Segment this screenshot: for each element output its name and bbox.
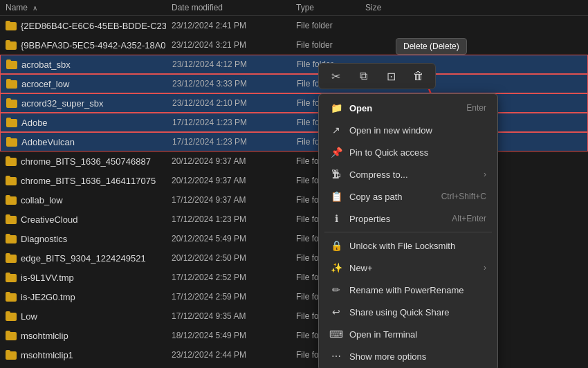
table-row[interactable]: acrocef_low 23/12/2024 3:33 PM File fold… — [0, 74, 588, 93]
file-date: 20/12/2024 2:50 PM — [166, 253, 291, 263]
file-name: chrome_BITS_1636_1464117075 — [0, 176, 166, 186]
menu-item-unlock-locksmith[interactable]: 🔒 Unlock with File Locksmith — [319, 234, 497, 257]
menu-item-copy-path[interactable]: 📋 Copy as path Ctrl+Shift+C — [319, 185, 497, 208]
menu-label-copy-path: Copy as path — [349, 192, 434, 202]
menu-label-open-terminal: Open in Terminal — [349, 329, 486, 340]
file-name: AdobeVulcan — [1, 137, 167, 147]
table-row[interactable]: chrome_BITS_1636_1464117075 20/12/2024 9… — [0, 171, 588, 190]
table-row[interactable]: Adobe 17/12/2024 1:23 PM File folder — [0, 113, 588, 132]
table-row[interactable]: is-9L1VV.tmp 17/12/2024 2:52 PM File fol… — [0, 268, 588, 287]
menu-item-open-terminal[interactable]: ⌨ Open in Terminal — [319, 323, 497, 345]
table-row[interactable]: msohtmlclip1 23/12/2024 2:44 PM File fol… — [0, 345, 588, 365]
folder-icon — [6, 21, 17, 30]
file-date: 17/12/2024 1:23 PM — [167, 118, 291, 127]
menu-shortcut-properties: Alt+Enter — [452, 214, 486, 223]
folder-icon — [6, 273, 17, 282]
table-row[interactable]: Low 17/12/2024 9:35 AM File folder — [0, 306, 588, 326]
file-date: 20/12/2024 9:37 AM — [166, 156, 291, 166]
copy-icon[interactable]: ⧉ — [355, 68, 371, 84]
header-size[interactable]: Size — [360, 3, 415, 12]
menu-item-properties[interactable]: ℹ Properties Alt+Enter — [319, 208, 497, 230]
table-row[interactable]: {9BBAFA3D-5EC5-4942-A352-18A03A8A… 23/12… — [0, 35, 588, 55]
menu-label-unlock-locksmith: Unlock with File Locksmith — [349, 241, 486, 251]
header-date[interactable]: Date modified — [166, 3, 291, 12]
menu-label-rename-powerrename: Rename with PowerRename — [349, 285, 486, 295]
table-row[interactable]: acrord32_super_sbx 23/12/2024 2:10 PM Fi… — [0, 93, 588, 113]
menu-item-share-quickshare[interactable]: ↩ Share using Quick Share — [319, 301, 497, 323]
cut-icon[interactable]: ✂ — [327, 68, 344, 84]
table-row[interactable]: AdobeVulcan 17/12/2024 1:23 PM File fold… — [0, 132, 588, 151]
menu-item-compress[interactable]: 🗜 Compress to... › — [319, 163, 497, 185]
folder-icon — [6, 214, 17, 224]
table-row[interactable]: is-JE2G0.tmp 17/12/2024 2:59 PM File fol… — [0, 287, 588, 306]
menu-icon-rename-powerrename: ✏ — [330, 284, 342, 296]
table-row[interactable]: chrome_BITS_1636_450746887 20/12/2024 9:… — [0, 151, 588, 171]
menu-item-show-more[interactable]: ⋯ Show more options — [319, 345, 497, 367]
file-name: msohtmlclip1 — [0, 350, 166, 360]
folder-icon — [6, 176, 17, 185]
file-date: 23/12/2024 3:33 PM — [167, 79, 291, 89]
menu-label-share-quickshare: Share using Quick Share — [349, 307, 486, 318]
delete-icon[interactable]: 🗑 — [410, 68, 427, 84]
menu-item-open-new-window[interactable]: ↗ Open in new window — [319, 119, 497, 141]
table-row[interactable]: Diagnostics 20/12/2024 5:49 PM File fold… — [0, 229, 588, 248]
menu-label-show-more: Show more options — [349, 351, 486, 362]
file-name: acrord32_super_sbx — [1, 98, 167, 109]
file-date: 20/12/2024 9:37 AM — [166, 176, 291, 185]
file-name: collab_low — [0, 195, 166, 205]
file-date: 23/12/2024 3:21 PM — [166, 40, 291, 50]
file-rows-container: {2ED86B4C-E6C6-45EB-BDDE-C23BCD85… 23/12… — [0, 16, 588, 368]
folder-icon — [6, 234, 17, 243]
paste-icon[interactable]: ⊡ — [383, 68, 399, 84]
file-date: 17/12/2024 1:23 PM — [166, 214, 291, 224]
file-date: 23/12/2024 2:41 PM — [166, 21, 291, 30]
menu-icon-open-new-window: ↗ — [330, 124, 342, 136]
file-list-header: Name ∧ Date modified Type Size — [0, 0, 588, 16]
menu-label-new-plus: New+ — [349, 263, 477, 273]
menu-label-open-new-window: Open in new window — [349, 125, 486, 136]
file-date: 18/12/2024 5:49 PM — [166, 331, 291, 340]
table-row[interactable]: NGL 20/12/2024 2:49 PM File folder — [0, 365, 588, 368]
file-date: 23/12/2024 4:12 PM — [167, 59, 291, 69]
menu-shortcut-open: Enter — [466, 103, 486, 113]
table-row[interactable]: edge_BITS_9304_1224249521 20/12/2024 2:5… — [0, 248, 588, 268]
table-row[interactable]: acrobat_sbx 23/12/2024 4:12 PM File fold… — [0, 55, 588, 74]
menu-icon-pin-quick-access: 📌 — [330, 146, 342, 158]
header-type[interactable]: Type — [291, 3, 360, 12]
menu-item-new-plus[interactable]: ✨ New+ › — [319, 257, 497, 279]
menu-icon-open: 📁 — [330, 102, 342, 114]
file-date: 17/12/2024 9:35 AM — [166, 311, 291, 321]
menu-icon-show-more: ⋯ — [330, 350, 342, 362]
folder-icon — [6, 118, 17, 127]
table-row[interactable]: msohtmlclip 18/12/2024 5:49 PM File fold… — [0, 326, 588, 345]
quick-action-bar: ✂⧉⊡🗑 — [318, 63, 436, 89]
file-name: is-9L1VV.tmp — [0, 273, 166, 283]
table-row[interactable]: CreativeCloud 17/12/2024 1:23 PM File fo… — [0, 210, 588, 229]
menu-icon-share-quickshare: ↩ — [330, 306, 342, 318]
header-name[interactable]: Name ∧ — [0, 3, 166, 12]
folder-icon — [6, 98, 17, 108]
table-row[interactable]: {2ED86B4C-E6C6-45EB-BDDE-C23BCD85… 23/12… — [0, 16, 588, 35]
menu-arrow-new-plus: › — [484, 263, 486, 273]
folder-icon — [6, 311, 17, 321]
table-row[interactable]: collab_low 17/12/2024 9:37 AM File folde… — [0, 190, 588, 210]
file-name: {9BBAFA3D-5EC5-4942-A352-18A03A8A… — [0, 40, 166, 50]
menu-item-pin-quick-access[interactable]: 📌 Pin to Quick access — [319, 141, 497, 163]
folder-icon — [6, 59, 17, 69]
menu-icon-properties: ℹ — [330, 212, 342, 225]
folder-icon — [6, 253, 17, 263]
folder-icon — [6, 40, 17, 50]
file-date: 17/12/2024 1:23 PM — [167, 137, 291, 147]
file-list: Name ∧ Date modified Type Size {2ED86B4C… — [0, 0, 588, 368]
file-type: File folder — [291, 40, 360, 50]
file-name: is-JE2G0.tmp — [0, 292, 166, 302]
menu-arrow-compress: › — [484, 169, 486, 179]
menu-icon-unlock-locksmith: 🔒 — [330, 239, 342, 252]
menu-icon-compress: 🗜 — [330, 168, 342, 181]
file-date: 20/12/2024 5:49 PM — [166, 234, 291, 243]
file-name: {2ED86B4C-E6C6-45EB-BDDE-C23BCD85… — [0, 21, 166, 31]
menu-item-open[interactable]: 📁 Open Enter — [319, 97, 497, 119]
file-name: acrocef_low — [1, 79, 167, 89]
menu-item-rename-powerrename[interactable]: ✏ Rename with PowerRename — [319, 279, 497, 301]
file-name: Adobe — [1, 118, 167, 128]
